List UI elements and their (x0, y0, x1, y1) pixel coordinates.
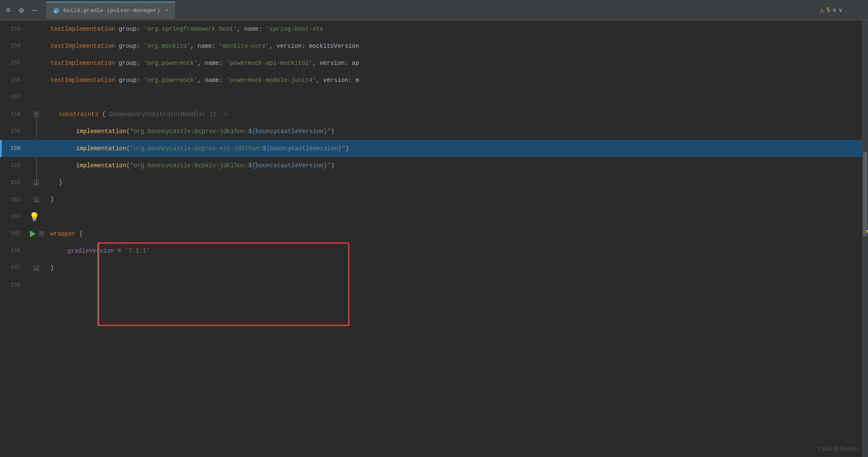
fold-marker-163[interactable]: △ (34, 197, 39, 202)
warning-badge: ⚠ 5 ∧ ∨ (820, 6, 842, 15)
line-content-158: constraints { DependencyConstraintHandle… (47, 106, 868, 123)
line-content-165: wrapper { (47, 225, 868, 242)
menu-icon[interactable]: ≡ (3, 4, 13, 16)
line-164: 164 💡 (0, 208, 868, 225)
line-number-159: 159 (0, 123, 26, 140)
fold-marker-158[interactable]: ▽ (34, 112, 39, 117)
line-166: 166 gradleVersion = '7.1.1' (0, 242, 868, 259)
line-number-163: 163 (0, 191, 26, 208)
toolbar: ≡ ⚙ — g build.gradle (pulsar-manager) × … (0, 0, 868, 20)
line-content-168 (47, 277, 868, 294)
green-left-border (97, 242, 99, 326)
line-number-167: 167 (0, 259, 26, 277)
line-number-155: 155 (0, 55, 26, 72)
line-153: 153 testImplementation group: 'org.sprin… (0, 20, 868, 38)
line-number-165: 165 (0, 225, 26, 242)
gutter-163: △ (26, 197, 47, 202)
line-number-168: 168 (0, 277, 26, 294)
line-content-155: testImplementation group: 'org.powermock… (47, 55, 868, 72)
line-content-160: implementation("org.bouncycastle:bcprov-… (47, 140, 868, 157)
svg-text:g: g (55, 9, 57, 13)
line-number-164: 164 (0, 208, 26, 225)
line-158: 158 ▽ constraints { DependencyConstraint… (0, 106, 868, 123)
line-number-160: 160 (0, 140, 26, 157)
line-159: 159 implementation("org.bouncycastle:bcp… (0, 123, 868, 140)
tab-close-button[interactable]: × (165, 8, 168, 14)
scrollbar-track (862, 20, 868, 457)
warning-icon: ⚠ (820, 6, 824, 15)
watermark: CSDN @Tronhon (818, 446, 858, 452)
fold-marker-167[interactable]: △ (34, 265, 39, 271)
line-content-166: gradleVersion = '7.1.1' (47, 242, 868, 259)
line-167: 167 △ } (0, 259, 868, 277)
line-number-156: 156 (0, 72, 26, 89)
gutter-marker-160 (0, 140, 2, 157)
line-content-157 (47, 89, 868, 106)
warning-up-arrow[interactable]: ∧ (833, 6, 836, 14)
fold-marker-165[interactable]: ▽ (39, 231, 44, 236)
line-156: 156 testImplementation group: 'org.power… (0, 72, 868, 89)
line-content-164 (47, 208, 868, 225)
editor-container: 153 testImplementation group: 'org.sprin… (0, 20, 868, 457)
line-163: 163 △ } (0, 191, 868, 208)
line-number-158: 158 (0, 106, 26, 123)
tab-build-gradle[interactable]: g build.gradle (pulsar-manager) × (46, 2, 175, 19)
line-content-156: testImplementation group: 'org.powermock… (47, 72, 868, 89)
warning-down-arrow[interactable]: ∨ (839, 6, 842, 14)
code-area[interactable]: 153 testImplementation group: 'org.sprin… (0, 20, 868, 457)
minimize-icon[interactable]: — (30, 4, 40, 16)
tab-bar: g build.gradle (pulsar-manager) × (46, 2, 175, 19)
line-content-154: testImplementation group: 'org.mockito',… (47, 38, 868, 55)
line-160: 160 implementation("org.bouncycastle:bcp… (0, 140, 868, 157)
line-number-166: 166 (0, 242, 26, 259)
gradle-icon: g (53, 7, 60, 14)
line-content-159: implementation("org.bouncycastle:bcprov-… (47, 123, 868, 140)
play-button[interactable] (29, 230, 37, 238)
line-content-153: testImplementation group: 'org.springfra… (47, 20, 868, 38)
warning-count: 5 (827, 7, 830, 14)
gutter-162: △ (26, 180, 47, 185)
gutter-165: ▽ (26, 230, 47, 238)
line-content-161: implementation("org.bouncycastle:bcpkix-… (47, 157, 868, 174)
gutter-158: ▽ (26, 112, 47, 117)
line-number-157: 157 (0, 89, 26, 106)
line-content-162: } (47, 174, 868, 191)
gutter-167: △ (26, 265, 47, 271)
line-content-167: } (47, 259, 868, 277)
lightbulb-icon[interactable]: 💡 (29, 212, 40, 222)
scrollbar-marker (866, 230, 868, 233)
settings-icon[interactable]: ⚙ (17, 4, 26, 17)
line-number-153: 153 (0, 20, 26, 38)
tab-label: build.gradle (pulsar-manager) (63, 7, 160, 14)
line-number-154: 154 (0, 38, 26, 55)
line-157: 157 (0, 89, 868, 106)
fold-marker-162[interactable]: △ (34, 180, 39, 185)
line-number-161: 161 (0, 157, 26, 174)
line-168: 168 (0, 277, 868, 294)
scrollbar-thumb[interactable] (863, 151, 867, 237)
line-number-162: 162 (0, 174, 26, 191)
line-155: 155 testImplementation group: 'org.power… (0, 55, 868, 72)
line-161: 161 implementation("org.bouncycastle:bcp… (0, 157, 868, 174)
line-165: 165 ▽ wrapper { (0, 225, 868, 242)
line-162: 162 △ } (0, 174, 868, 191)
line-content-163: } (47, 191, 868, 208)
line-154: 154 testImplementation group: 'org.mocki… (0, 38, 868, 55)
